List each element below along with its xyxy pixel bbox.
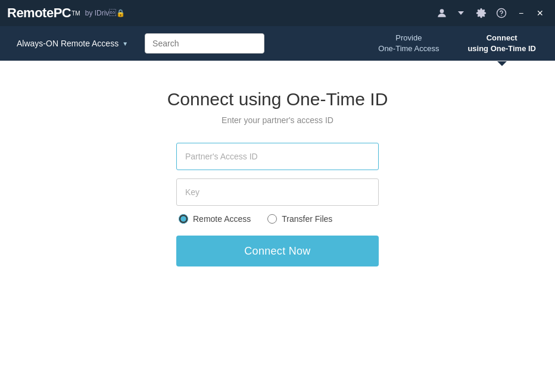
search-input[interactable]: [145, 33, 264, 54]
minimize-button[interactable]: −: [513, 5, 529, 21]
idrive-icon: 🔒: [109, 9, 125, 17]
logo-text: RemotePC: [7, 5, 71, 21]
logo-area: RemotePC TM by IDriv🔒: [7, 5, 125, 21]
connect-one-time-label: Connectusing One-Time ID: [467, 33, 536, 53]
close-button[interactable]: ✕: [532, 5, 548, 21]
gear-icon: [476, 8, 487, 18]
remote-access-label: Remote Access: [193, 214, 251, 224]
titlebar-right: − ✕: [434, 5, 548, 21]
page-subtitle: Enter your partner's access ID: [222, 115, 333, 125]
always-on-tab[interactable]: Always-ON Remote Access ▼: [10, 34, 135, 53]
remote-access-radio-label[interactable]: Remote Access: [179, 214, 251, 224]
provide-access-tab[interactable]: ProvideOne-Time Access: [369, 28, 448, 59]
remote-access-radio[interactable]: [179, 214, 188, 224]
radio-group: Remote Access Transfer Files: [176, 214, 379, 224]
logo-tm: TM: [71, 10, 80, 17]
close-icon: ✕: [537, 8, 544, 18]
key-input[interactable]: [176, 178, 379, 206]
settings-button[interactable]: [473, 5, 489, 21]
titlebar: RemotePC TM by IDriv🔒: [0, 0, 555, 26]
user-icon: [436, 7, 448, 19]
by-label: by IDriv: [85, 9, 110, 17]
form-container: Remote Access Transfer Files Connect Now: [176, 143, 379, 266]
transfer-files-radio[interactable]: [267, 214, 277, 224]
connect-one-time-tab[interactable]: Connectusing One-Time ID: [458, 28, 545, 59]
user-icon-area: [434, 5, 469, 21]
connect-now-button[interactable]: Connect Now: [176, 236, 379, 266]
always-on-label: Always-ON Remote Access: [17, 39, 119, 48]
svg-point-0: [440, 9, 444, 13]
help-button[interactable]: [493, 5, 510, 21]
main-content: Connect using One-Time ID Enter your par…: [0, 61, 555, 392]
svg-point-2: [501, 15, 502, 16]
logo-by: by IDriv🔒: [85, 9, 126, 17]
chevron-down-icon: [458, 10, 464, 16]
page-title: Connect using One-Time ID: [167, 89, 388, 109]
dropdown-arrow-button[interactable]: [453, 5, 469, 21]
help-icon: [496, 8, 507, 18]
app-window: RemotePC TM by IDriv🔒: [0, 0, 555, 392]
provide-access-label: ProvideOne-Time Access: [378, 33, 439, 53]
minimize-icon: −: [519, 8, 523, 18]
transfer-files-radio-label[interactable]: Transfer Files: [267, 214, 332, 224]
chevron-down-icon: ▼: [122, 40, 128, 47]
access-id-input[interactable]: [176, 143, 379, 170]
user-icon-button[interactable]: [434, 5, 450, 21]
transfer-files-label: Transfer Files: [282, 214, 332, 224]
navbar: Always-ON Remote Access ▼ ProvideOne-Tim…: [0, 26, 555, 61]
